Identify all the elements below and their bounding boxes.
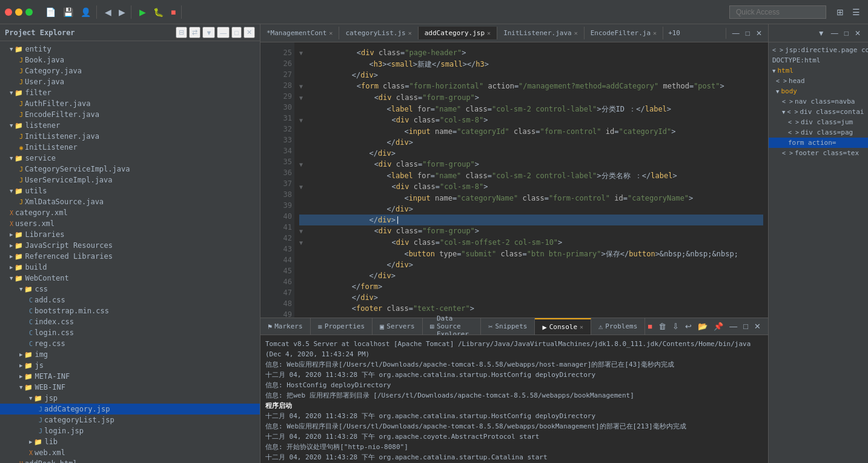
close-panel-icon[interactable]: ✕	[244, 27, 255, 38]
tab-problems[interactable]: ⚠ Problems	[591, 318, 645, 335]
editor-maximize-btn[interactable]: □	[743, 28, 752, 39]
tree-item-webcontent[interactable]: ▼ 📁 WebContent	[0, 273, 260, 284]
console-pin-btn[interactable]: 📌	[711, 321, 726, 332]
tree-item-img-folder[interactable]: ▶ 📁 img	[0, 349, 260, 360]
tab-init-listener[interactable]: InitListener.java ✕	[497, 27, 585, 39]
tree-item-referenced-libraries[interactable]: ▶ 📁 Referenced Libraries	[0, 251, 260, 262]
tab-properties[interactable]: ≡ Properties	[311, 318, 373, 335]
console-scroll-lock-btn[interactable]: ⇩	[670, 321, 681, 332]
tree-item-userserviceimpl[interactable]: J UserServiceImpl.java	[0, 175, 260, 185]
tree-item-index-css[interactable]: C index.css	[0, 316, 260, 327]
tab-close-icon[interactable]: ✕	[653, 30, 657, 36]
quick-access-input[interactable]	[729, 5, 826, 19]
tab-close-icon[interactable]: ✕	[329, 30, 333, 36]
tab-console[interactable]: ▶ Console ✕	[535, 318, 591, 335]
outline-minimize-btn[interactable]: —	[829, 28, 841, 39]
outline-div-jum[interactable]: < > div class=jum	[769, 117, 868, 127]
tab-close-icon[interactable]: ✕	[487, 30, 491, 36]
outline-maximize-btn[interactable]: □	[842, 28, 851, 39]
tab-close-icon[interactable]: ✕	[408, 30, 412, 36]
tree-item-service[interactable]: ▼ 📁 service	[0, 153, 260, 164]
outline-footer[interactable]: < > footer class=tex	[769, 148, 868, 158]
outline-jsp-directive[interactable]: < > jsp:directive.page cont	[769, 45, 868, 55]
editor-minimize-btn[interactable]: —	[730, 28, 742, 39]
outline-form-action[interactable]: form action=	[769, 138, 868, 148]
console-close-icon[interactable]: ✕	[580, 324, 583, 330]
console-word-wrap-btn[interactable]: ↩	[683, 321, 694, 332]
tree-item-xmldatasource[interactable]: J XmlDataSource.java	[0, 196, 260, 207]
tab-overflow-btn[interactable]: +10	[663, 27, 685, 39]
tab-encode-filter[interactable]: EncodeFilter.ja ✕	[585, 27, 663, 39]
close-window-btn[interactable]	[5, 8, 12, 16]
tree-item-web-inf[interactable]: ▼ 📁 WEB-INF	[0, 382, 260, 393]
maximize-panel-icon[interactable]: □	[231, 27, 242, 38]
tree-item-reg-css[interactable]: C reg.css	[0, 338, 260, 349]
outline-doctype[interactable]: DOCTYPE:html	[769, 55, 868, 65]
tree-item-lib[interactable]: ▶ 📁 lib	[0, 436, 260, 447]
debug-btn[interactable]: 🐛	[150, 5, 167, 19]
link-editor-icon[interactable]: ⇄	[189, 27, 200, 38]
tab-mgmt-cont[interactable]: *ManagementCont ✕	[260, 27, 339, 39]
tree-item-listener[interactable]: ▼ 📁 listener	[0, 120, 260, 131]
collapse-all-icon[interactable]: ⊟	[176, 27, 187, 38]
maximize-bottom-btn[interactable]: □	[741, 321, 750, 332]
tab-add-category[interactable]: addCategory.jsp ✕	[419, 27, 497, 39]
tab-datasource[interactable]: ⊞ Data Source Explorer	[423, 318, 482, 335]
tree-item-book-java[interactable]: J Book.java	[0, 55, 260, 65]
outline-nav[interactable]: < > nav class=navba	[769, 96, 868, 107]
tree-item-login-jsp[interactable]: J login.jsp	[0, 425, 260, 436]
forward-btn[interactable]: ▶	[116, 5, 128, 19]
tree-item-build[interactable]: ▶ 📁 build	[0, 262, 260, 273]
console-open-file-btn[interactable]: 📂	[695, 321, 710, 332]
tree-item-category-java[interactable]: J Category.java	[0, 65, 260, 76]
tree-item-addcategory-jsp[interactable]: J addCategory.jsp	[0, 404, 260, 415]
tree-item-filter[interactable]: ▼ 📁 filter	[0, 87, 260, 98]
tab-close-icon[interactable]: ✕	[574, 30, 578, 36]
tab-markers[interactable]: ⚑ Markers	[260, 318, 311, 335]
back-btn[interactable]: ◀	[102, 5, 114, 19]
tree-item-login-css[interactable]: C login.css	[0, 327, 260, 338]
tree-item-add-css[interactable]: C add.css	[0, 295, 260, 305]
tree-item-addbook-html[interactable]: H addBook.html	[0, 458, 260, 463]
outline-head[interactable]: < > head	[769, 76, 868, 86]
tree-item-libraries[interactable]: ▶ 📁 Libraries	[0, 229, 260, 240]
outline-body[interactable]: ▼ body	[769, 86, 868, 96]
save-btn[interactable]: 💾	[60, 5, 76, 19]
outline-menu-btn[interactable]: ▼	[815, 28, 827, 39]
outline-div-pag[interactable]: < > div class=pag	[769, 127, 868, 138]
tree-item-css-folder[interactable]: ▼ 📁 css	[0, 284, 260, 295]
outline-close-btn[interactable]: ✕	[852, 28, 863, 39]
tab-servers[interactable]: ▣ Servers	[373, 318, 423, 335]
tree-item-encodefilter[interactable]: J EncodeFilter.java	[0, 109, 260, 120]
minimize-panel-icon[interactable]: —	[217, 27, 230, 38]
tree-item-meta-inf[interactable]: ▶ 📁 META-INF	[0, 371, 260, 382]
tree-item-entity[interactable]: ▼ 📁 entity	[0, 44, 260, 55]
tree-item-js-resources[interactable]: ▶ 📁 JavaScript Resources	[0, 240, 260, 251]
tree-item-categorylist-jsp[interactable]: J categoryList.jsp	[0, 415, 260, 425]
outline-div-contain[interactable]: ▼ < > div class=contai	[769, 107, 868, 117]
close-bottom-btn[interactable]: ✕	[752, 321, 763, 332]
console-stop-btn[interactable]: ■	[645, 321, 655, 332]
tree-item-categoryserviceimpl[interactable]: J CategoryServiceImpl.java	[0, 164, 260, 175]
tree-item-web-xml[interactable]: X web.xml	[0, 447, 260, 458]
perspective-btn[interactable]: ⊞	[833, 5, 847, 19]
editor-close-btn[interactable]: ✕	[754, 28, 764, 39]
tree-item-initlistener-java[interactable]: J InitListener.java	[0, 131, 260, 142]
tree-item-user-java[interactable]: J User.java	[0, 76, 260, 87]
minimize-bottom-btn[interactable]: —	[727, 321, 740, 332]
profile-btn[interactable]: 👤	[78, 5, 94, 19]
new-file-btn[interactable]: 📄	[42, 5, 59, 19]
tab-category-list[interactable]: categoryList.js ✕	[339, 27, 418, 39]
maximize-window-btn[interactable]	[25, 8, 33, 16]
console-clear-btn[interactable]: 🗑	[656, 321, 669, 332]
tab-snippets[interactable]: ✂ Snippets	[481, 318, 535, 335]
outline-html[interactable]: ▼ html	[769, 65, 868, 76]
minimize-window-btn[interactable]	[15, 8, 22, 16]
stop-btn[interactable]: ■	[168, 5, 179, 19]
panel-menu-icon[interactable]: ▼	[202, 27, 215, 38]
tree-item-jsp-folder[interactable]: ▼ 📁 jsp	[0, 393, 260, 404]
tree-item-bootstrap-css[interactable]: C bootstrap.min.css	[0, 305, 260, 316]
open-perspective-btn[interactable]: ☰	[849, 5, 863, 19]
run-btn[interactable]: ▶	[136, 5, 149, 19]
code-text[interactable]: ▼ <div class="page-header"> <h3><small>新…	[294, 42, 768, 318]
